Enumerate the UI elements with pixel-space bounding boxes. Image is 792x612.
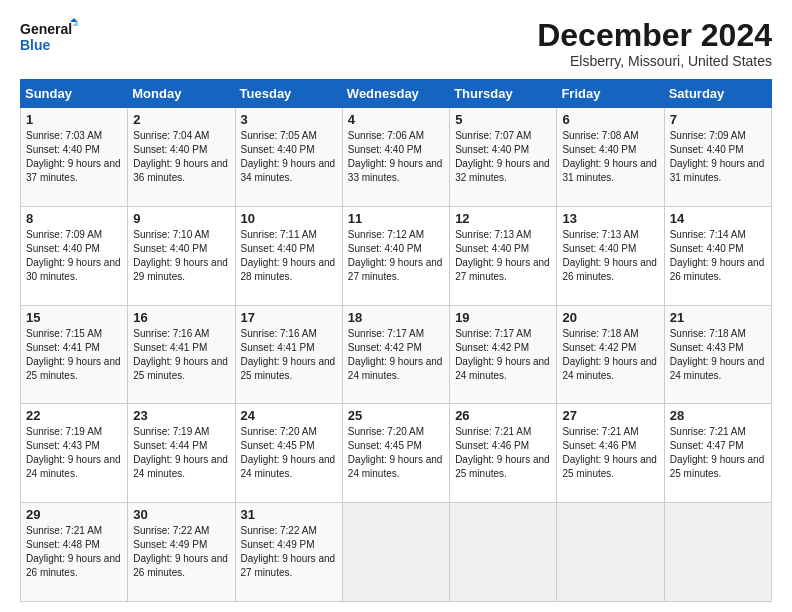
main-title: December 2024 [537, 18, 772, 53]
logo-svg: General Blue [20, 18, 80, 54]
day-cell-25: 25 Sunrise: 7:20 AMSunset: 4:45 PMDaylig… [342, 404, 449, 503]
day-cell-3: 3 Sunrise: 7:05 AMSunset: 4:40 PMDayligh… [235, 108, 342, 207]
day-number: 6 [562, 112, 658, 127]
day-number: 19 [455, 310, 551, 325]
day-info: Sunrise: 7:18 AMSunset: 4:42 PMDaylight:… [562, 328, 657, 381]
day-cell-22: 22 Sunrise: 7:19 AMSunset: 4:43 PMDaylig… [21, 404, 128, 503]
day-cell-28: 28 Sunrise: 7:21 AMSunset: 4:47 PMDaylig… [664, 404, 771, 503]
day-number: 27 [562, 408, 658, 423]
day-info: Sunrise: 7:22 AMSunset: 4:49 PMDaylight:… [133, 525, 228, 578]
day-info: Sunrise: 7:14 AMSunset: 4:40 PMDaylight:… [670, 229, 765, 282]
day-number: 31 [241, 507, 337, 522]
day-info: Sunrise: 7:21 AMSunset: 4:46 PMDaylight:… [562, 426, 657, 479]
day-number: 23 [133, 408, 229, 423]
week-row-5: 29 Sunrise: 7:21 AMSunset: 4:48 PMDaylig… [21, 503, 772, 602]
day-info: Sunrise: 7:21 AMSunset: 4:47 PMDaylight:… [670, 426, 765, 479]
day-cell-31: 31 Sunrise: 7:22 AMSunset: 4:49 PMDaylig… [235, 503, 342, 602]
col-header-tuesday: Tuesday [235, 80, 342, 108]
col-header-sunday: Sunday [21, 80, 128, 108]
day-info: Sunrise: 7:15 AMSunset: 4:41 PMDaylight:… [26, 328, 121, 381]
day-number: 5 [455, 112, 551, 127]
day-cell-16: 16 Sunrise: 7:16 AMSunset: 4:41 PMDaylig… [128, 305, 235, 404]
day-cell-10: 10 Sunrise: 7:11 AMSunset: 4:40 PMDaylig… [235, 206, 342, 305]
day-number: 24 [241, 408, 337, 423]
day-info: Sunrise: 7:16 AMSunset: 4:41 PMDaylight:… [133, 328, 228, 381]
day-info: Sunrise: 7:11 AMSunset: 4:40 PMDaylight:… [241, 229, 336, 282]
day-cell-26: 26 Sunrise: 7:21 AMSunset: 4:46 PMDaylig… [450, 404, 557, 503]
calendar-table: SundayMondayTuesdayWednesdayThursdayFrid… [20, 79, 772, 602]
day-number: 7 [670, 112, 766, 127]
svg-text:Blue: Blue [20, 37, 51, 53]
day-cell-1: 1 Sunrise: 7:03 AMSunset: 4:40 PMDayligh… [21, 108, 128, 207]
day-info: Sunrise: 7:20 AMSunset: 4:45 PMDaylight:… [348, 426, 443, 479]
title-block: December 2024 Elsberry, Missouri, United… [537, 18, 772, 69]
day-info: Sunrise: 7:19 AMSunset: 4:43 PMDaylight:… [26, 426, 121, 479]
day-cell-6: 6 Sunrise: 7:08 AMSunset: 4:40 PMDayligh… [557, 108, 664, 207]
day-number: 26 [455, 408, 551, 423]
day-number: 21 [670, 310, 766, 325]
page: General Blue December 2024 Elsberry, Mis… [0, 0, 792, 612]
day-cell-19: 19 Sunrise: 7:17 AMSunset: 4:42 PMDaylig… [450, 305, 557, 404]
day-number: 29 [26, 507, 122, 522]
day-cell-2: 2 Sunrise: 7:04 AMSunset: 4:40 PMDayligh… [128, 108, 235, 207]
day-number: 8 [26, 211, 122, 226]
day-number: 13 [562, 211, 658, 226]
day-number: 9 [133, 211, 229, 226]
day-cell-14: 14 Sunrise: 7:14 AMSunset: 4:40 PMDaylig… [664, 206, 771, 305]
day-cell-4: 4 Sunrise: 7:06 AMSunset: 4:40 PMDayligh… [342, 108, 449, 207]
day-number: 1 [26, 112, 122, 127]
day-cell-12: 12 Sunrise: 7:13 AMSunset: 4:40 PMDaylig… [450, 206, 557, 305]
col-header-monday: Monday [128, 80, 235, 108]
day-info: Sunrise: 7:03 AMSunset: 4:40 PMDaylight:… [26, 130, 121, 183]
week-row-1: 1 Sunrise: 7:03 AMSunset: 4:40 PMDayligh… [21, 108, 772, 207]
day-number: 25 [348, 408, 444, 423]
svg-text:General: General [20, 21, 72, 37]
day-cell-18: 18 Sunrise: 7:17 AMSunset: 4:42 PMDaylig… [342, 305, 449, 404]
day-number: 20 [562, 310, 658, 325]
day-info: Sunrise: 7:21 AMSunset: 4:48 PMDaylight:… [26, 525, 121, 578]
day-info: Sunrise: 7:10 AMSunset: 4:40 PMDaylight:… [133, 229, 228, 282]
day-info: Sunrise: 7:22 AMSunset: 4:49 PMDaylight:… [241, 525, 336, 578]
day-cell-29: 29 Sunrise: 7:21 AMSunset: 4:48 PMDaylig… [21, 503, 128, 602]
day-info: Sunrise: 7:21 AMSunset: 4:46 PMDaylight:… [455, 426, 550, 479]
week-row-2: 8 Sunrise: 7:09 AMSunset: 4:40 PMDayligh… [21, 206, 772, 305]
day-number: 2 [133, 112, 229, 127]
day-number: 3 [241, 112, 337, 127]
day-cell-11: 11 Sunrise: 7:12 AMSunset: 4:40 PMDaylig… [342, 206, 449, 305]
day-cell-27: 27 Sunrise: 7:21 AMSunset: 4:46 PMDaylig… [557, 404, 664, 503]
col-header-thursday: Thursday [450, 80, 557, 108]
col-header-saturday: Saturday [664, 80, 771, 108]
day-number: 30 [133, 507, 229, 522]
day-cell-23: 23 Sunrise: 7:19 AMSunset: 4:44 PMDaylig… [128, 404, 235, 503]
day-info: Sunrise: 7:08 AMSunset: 4:40 PMDaylight:… [562, 130, 657, 183]
day-cell-8: 8 Sunrise: 7:09 AMSunset: 4:40 PMDayligh… [21, 206, 128, 305]
day-info: Sunrise: 7:17 AMSunset: 4:42 PMDaylight:… [455, 328, 550, 381]
calendar-header-row: SundayMondayTuesdayWednesdayThursdayFrid… [21, 80, 772, 108]
week-row-3: 15 Sunrise: 7:15 AMSunset: 4:41 PMDaylig… [21, 305, 772, 404]
day-info: Sunrise: 7:09 AMSunset: 4:40 PMDaylight:… [670, 130, 765, 183]
day-cell-15: 15 Sunrise: 7:15 AMSunset: 4:41 PMDaylig… [21, 305, 128, 404]
day-number: 10 [241, 211, 337, 226]
day-cell-30: 30 Sunrise: 7:22 AMSunset: 4:49 PMDaylig… [128, 503, 235, 602]
day-number: 16 [133, 310, 229, 325]
day-number: 22 [26, 408, 122, 423]
day-number: 28 [670, 408, 766, 423]
day-info: Sunrise: 7:09 AMSunset: 4:40 PMDaylight:… [26, 229, 121, 282]
day-info: Sunrise: 7:13 AMSunset: 4:40 PMDaylight:… [562, 229, 657, 282]
empty-cell [450, 503, 557, 602]
day-number: 4 [348, 112, 444, 127]
empty-cell [557, 503, 664, 602]
day-info: Sunrise: 7:19 AMSunset: 4:44 PMDaylight:… [133, 426, 228, 479]
day-info: Sunrise: 7:20 AMSunset: 4:45 PMDaylight:… [241, 426, 336, 479]
day-number: 14 [670, 211, 766, 226]
day-info: Sunrise: 7:17 AMSunset: 4:42 PMDaylight:… [348, 328, 443, 381]
day-info: Sunrise: 7:18 AMSunset: 4:43 PMDaylight:… [670, 328, 765, 381]
week-row-4: 22 Sunrise: 7:19 AMSunset: 4:43 PMDaylig… [21, 404, 772, 503]
day-info: Sunrise: 7:12 AMSunset: 4:40 PMDaylight:… [348, 229, 443, 282]
day-number: 11 [348, 211, 444, 226]
day-cell-21: 21 Sunrise: 7:18 AMSunset: 4:43 PMDaylig… [664, 305, 771, 404]
day-cell-5: 5 Sunrise: 7:07 AMSunset: 4:40 PMDayligh… [450, 108, 557, 207]
empty-cell [664, 503, 771, 602]
day-cell-17: 17 Sunrise: 7:16 AMSunset: 4:41 PMDaylig… [235, 305, 342, 404]
header: General Blue December 2024 Elsberry, Mis… [20, 18, 772, 69]
